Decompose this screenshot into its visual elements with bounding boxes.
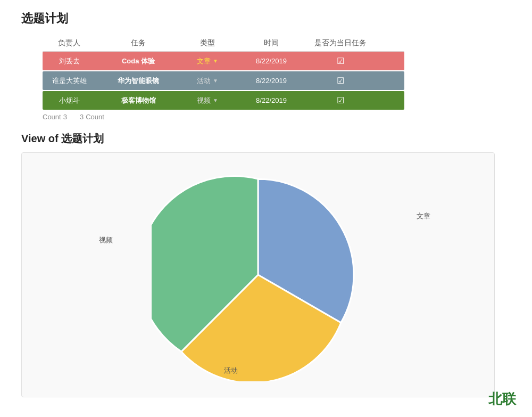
checked-icon: ☑ — [337, 96, 344, 105]
count-right-value: 3 — [80, 113, 84, 121]
pie-chart — [152, 168, 364, 381]
type-label: 活动 — [197, 76, 211, 86]
count-left-label: Count — [43, 113, 61, 121]
dropdown-arrow-icon[interactable]: ▼ — [213, 78, 218, 84]
table-row[interactable]: 谁是大英雄 华为智能眼镜 活动 ▼ 8/22/2019 ☑ — [43, 71, 404, 90]
cell-today: ☑ — [309, 95, 372, 105]
cell-person: 小烟斗 — [43, 96, 96, 105]
count-left-value: 3 — [63, 113, 67, 121]
header-time: 时间 — [234, 38, 309, 48]
dropdown-arrow-icon[interactable]: ▼ — [213, 58, 218, 64]
cell-type[interactable]: 活动 ▼ — [181, 76, 234, 86]
view-title: View of 选题计划 — [21, 132, 511, 146]
brand-watermark: 北联 — [488, 390, 516, 408]
dropdown-arrow-icon[interactable]: ▼ — [213, 97, 218, 103]
chart-label-wenzhang: 文章 — [417, 211, 430, 221]
type-label: 视频 — [197, 96, 211, 105]
checked-icon: ☑ — [337, 76, 344, 85]
checked-icon: ☑ — [337, 56, 344, 66]
cell-type[interactable]: 文章 ▼ — [181, 56, 234, 66]
chart-container: 文章 活动 视频 — [21, 152, 495, 397]
table-row[interactable]: 小烟斗 极客博物馆 视频 ▼ 8/22/2019 ☑ — [43, 91, 404, 110]
chart-label-huodong: 活动 — [224, 366, 238, 375]
cell-time: 8/22/2019 — [234, 77, 309, 85]
header-task: 任务 — [96, 38, 181, 48]
cell-task: 极客博物馆 — [96, 96, 181, 105]
header-type: 类型 — [181, 38, 234, 48]
type-label: 文章 — [197, 56, 211, 66]
cell-person: 刘丢去 — [43, 56, 96, 66]
table-container: 负责人 任务 类型 时间 是否为当日任务 刘丢去 Coda 体验 文章 ▼ 8/… — [43, 35, 404, 121]
table-row[interactable]: 刘丢去 Coda 体验 文章 ▼ 8/22/2019 ☑ — [43, 52, 404, 70]
cell-task: Coda 体验 — [96, 56, 181, 66]
header-today: 是否为当日任务 — [309, 38, 372, 48]
cell-today: ☑ — [309, 56, 372, 66]
chart-label-shipin: 视频 — [99, 235, 113, 245]
page-title: 选题计划 — [21, 11, 511, 27]
cell-time: 8/22/2019 — [234, 57, 309, 65]
cell-type[interactable]: 视频 ▼ — [181, 96, 234, 105]
cell-task: 华为智能眼镜 — [96, 76, 181, 86]
cell-person: 谁是大英雄 — [43, 76, 96, 86]
table-header: 负责人 任务 类型 时间 是否为当日任务 — [43, 35, 404, 52]
count-row: Count 3 3 Count — [43, 113, 404, 121]
count-right-label: Count — [86, 113, 104, 121]
cell-time: 8/22/2019 — [234, 96, 309, 104]
header-person: 负责人 — [43, 38, 96, 48]
cell-today: ☑ — [309, 76, 372, 86]
